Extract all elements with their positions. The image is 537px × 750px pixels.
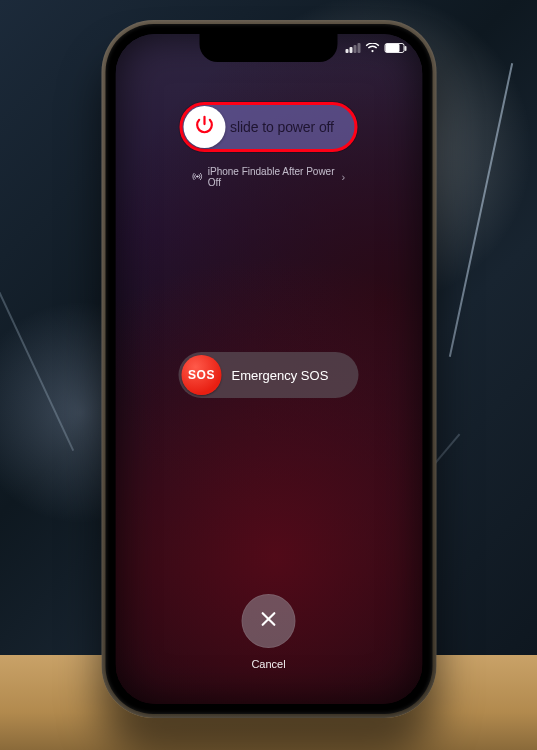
phone-screen: slide to power off iPhone Findable After… (115, 34, 422, 704)
chevron-right-icon: › (342, 171, 346, 183)
phone-frame: slide to power off iPhone Findable After… (101, 20, 436, 718)
sos-knob[interactable]: SOS (182, 355, 222, 395)
close-icon (259, 609, 279, 633)
svg-point-0 (197, 175, 198, 176)
findable-text: iPhone Findable After Power Off (208, 166, 337, 188)
power-off-label: slide to power off (226, 119, 355, 135)
cancel-area: Cancel (242, 594, 296, 670)
status-bar (346, 43, 405, 53)
sos-knob-text: SOS (188, 368, 215, 382)
cancel-label: Cancel (251, 658, 285, 670)
marble-vein (449, 63, 513, 357)
wifi-icon (365, 43, 379, 53)
emergency-sos-slider[interactable]: SOS Emergency SOS (179, 352, 359, 398)
battery-icon (384, 43, 404, 53)
power-off-knob[interactable] (184, 106, 226, 148)
broadcast-icon (192, 171, 203, 184)
cellular-signal-icon (346, 43, 361, 53)
cancel-button[interactable] (242, 594, 296, 648)
power-icon (194, 114, 216, 140)
findable-link[interactable]: iPhone Findable After Power Off › (192, 166, 346, 188)
phone-bezel: slide to power off iPhone Findable After… (105, 24, 432, 714)
sos-label: Emergency SOS (222, 368, 359, 383)
marble-vein (0, 269, 74, 451)
power-off-slider[interactable]: slide to power off (180, 102, 358, 152)
display-notch (200, 34, 338, 62)
